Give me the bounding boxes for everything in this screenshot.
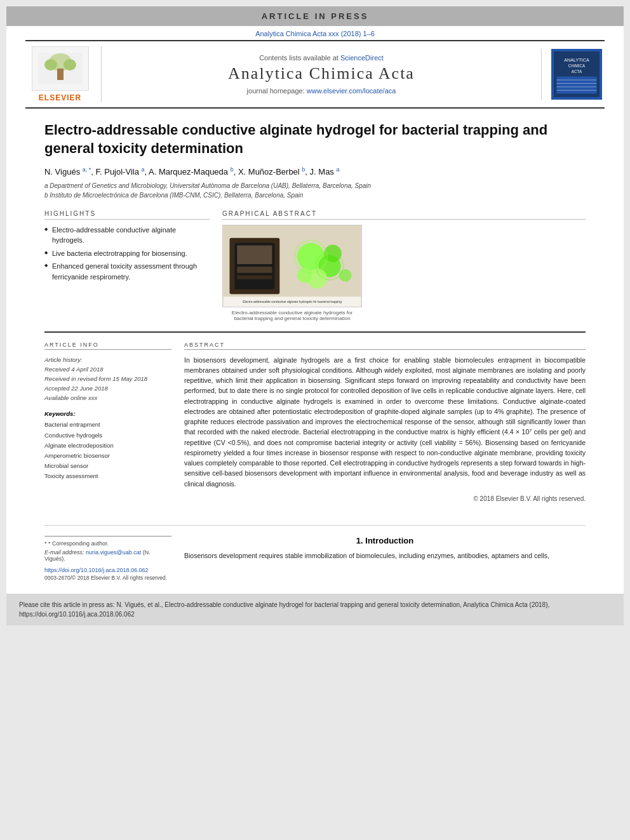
history-label: Article history: xyxy=(44,355,171,364)
article-info-col: ARTICLE INFO Article history: Received 4… xyxy=(44,342,171,502)
keyword-3: Alginate electrodeposition xyxy=(44,441,171,451)
journal-title: Analytica Chimica Acta xyxy=(114,64,528,83)
highlight-item-2: Live bacteria electrotrapping for biosen… xyxy=(44,248,210,259)
svg-point-25 xyxy=(297,267,312,283)
keyword-5: Microbial sensor xyxy=(44,461,171,471)
journal-header: ELSEVIER Contents lists available at Sci… xyxy=(25,40,605,109)
abstract-section: ABSTRACT In biosensors development, algi… xyxy=(184,342,586,502)
highlight-item-1: Electro-addressable conductive alginate … xyxy=(44,225,210,246)
keyword-4: Amperometric biosensor xyxy=(44,451,171,461)
homepage-link[interactable]: www.elsevier.com/locate/aca xyxy=(307,87,396,95)
svg-text:ANALYTICA: ANALYTICA xyxy=(564,57,589,63)
svg-text:ACTA: ACTA xyxy=(571,69,582,74)
svg-rect-20 xyxy=(237,275,272,279)
authors-line: N. Vigués a, *, F. Pujol-Vila a, A. Marq… xyxy=(44,166,586,177)
section-divider xyxy=(44,525,586,526)
keywords-list: Bacterial entrapment Conductive hydrogel… xyxy=(44,420,171,481)
sciencedirect-line: Contents lists available at ScienceDirec… xyxy=(114,54,528,62)
highlights-col: HIGHLIGHTS Electro-addressable conductiv… xyxy=(44,210,210,321)
svg-point-26 xyxy=(339,269,352,281)
highlights-graphical-row: HIGHLIGHTS Electro-addressable conductiv… xyxy=(44,210,586,321)
svg-point-3 xyxy=(44,59,57,70)
elsevier-tree-logo xyxy=(32,46,89,91)
abstract-label: ABSTRACT xyxy=(184,342,586,350)
available-online: Available online xxx xyxy=(44,393,171,403)
corresponding-note: * * Corresponding author. xyxy=(44,540,171,547)
aca-thumbnail: ANALYTICA CHIMICA ACTA xyxy=(551,49,602,100)
received-date: Received 4 April 2018 xyxy=(44,364,171,374)
introduction-body: Biosensors development requires stable i… xyxy=(184,550,586,561)
highlights-label: HIGHLIGHTS xyxy=(44,210,210,220)
introduction-heading: 1. Introduction xyxy=(184,536,586,545)
elsevier-logo-block: ELSEVIER xyxy=(25,46,102,102)
graphical-abstract-col: GRAPHICAL ABSTRACT xyxy=(222,210,586,321)
article-info-label: ARTICLE INFO xyxy=(44,342,171,350)
article-title: Electro-addressable conductive alginate … xyxy=(44,121,586,157)
highlights-list: Electro-addressable conductive alginate … xyxy=(44,225,210,283)
accepted-date: Accepted 22 June 2018 xyxy=(44,383,171,393)
svg-rect-2 xyxy=(57,69,64,80)
keywords-section: Keywords: Bacterial entrapment Conductiv… xyxy=(44,410,171,481)
article-history: Article history: Received 4 April 2018 R… xyxy=(44,355,171,403)
keyword-1: Bacterial entrapment xyxy=(44,420,171,430)
received-revised-date: Received in revised form 15 May 2018 xyxy=(44,374,171,383)
article-info-abstract-row: ARTICLE INFO Article history: Received 4… xyxy=(44,331,586,502)
svg-rect-18 xyxy=(237,245,272,264)
banner-text: ARTICLE IN PRESS xyxy=(262,11,369,21)
svg-rect-19 xyxy=(237,267,272,273)
svg-text:Electro-addressable conductive: Electro-addressable conductive alginate … xyxy=(243,300,342,303)
affiliations: a Department of Genetics and Microbiolog… xyxy=(44,181,586,200)
sciencedirect-link[interactable]: ScienceDirect xyxy=(340,54,384,62)
graphical-abstract-label: GRAPHICAL ABSTRACT xyxy=(222,210,586,220)
page: ARTICLE IN PRESS Analytica Chimica Acta … xyxy=(6,6,624,625)
svg-point-4 xyxy=(64,59,76,70)
svg-rect-10 xyxy=(556,77,596,94)
highlight-item-3: Enhanced general toxicity assessment thr… xyxy=(44,261,210,282)
aip-banner: ARTICLE IN PRESS xyxy=(6,6,624,26)
journal-center-block: Contents lists available at ScienceDirec… xyxy=(102,54,541,95)
aca-logo-block: ANALYTICA CHIMICA ACTA xyxy=(541,49,605,100)
graphical-abstract-caption: Electro-addressable conductive alginate … xyxy=(222,310,362,321)
keyword-2: Conductive hydrogels xyxy=(44,430,171,441)
elsevier-wordmark: ELSEVIER xyxy=(39,93,81,102)
footer-citation: Please cite this article in press as: N.… xyxy=(6,594,624,625)
homepage-line: journal homepage: www.elsevier.com/locat… xyxy=(114,87,528,95)
email-link[interactable]: nuria.vigues@uab.cat xyxy=(86,549,141,556)
keywords-title: Keywords: xyxy=(44,410,171,417)
svg-text:CHIMICA: CHIMICA xyxy=(568,63,585,68)
graphical-abstract-image: Electro-addressable conductive alginate … xyxy=(222,225,362,307)
email-note: E-mail address: nuria.vigues@uab.cat (N.… xyxy=(44,549,171,562)
article-content: Electro-addressable conductive alginate … xyxy=(6,109,624,515)
introduction-section: * * Corresponding author. E-mail address… xyxy=(6,536,624,581)
journal-ref: Analytica Chimica Acta xxx (2018) 1–6 xyxy=(6,26,624,40)
abstract-text: In biosensors development, alginate hydr… xyxy=(184,355,586,489)
keyword-6: Toxicity assessment xyxy=(44,471,171,481)
copyright: © 2018 Elsevier B.V. All rights reserved… xyxy=(184,495,586,502)
footnotes-col: * * Corresponding author. E-mail address… xyxy=(44,536,171,581)
introduction-text-col: 1. Introduction Biosensors development r… xyxy=(184,536,586,581)
issn-line: 0003-2670/© 2018 Elsevier B.V. All right… xyxy=(44,575,171,581)
doi-line[interactable]: https://doi.org/10.1016/j.aca.2018.06.06… xyxy=(44,567,171,573)
